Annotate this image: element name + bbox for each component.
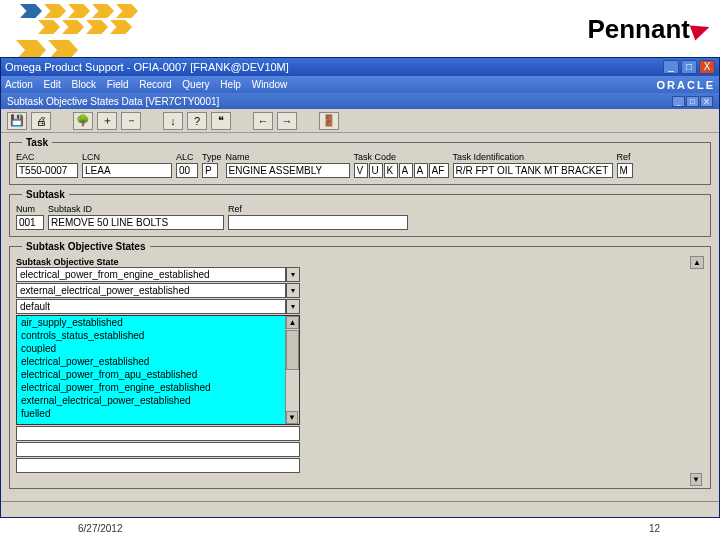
list-item[interactable]: electrical_power_from_engine_established bbox=[17, 381, 299, 394]
sos-row-2-dropdown[interactable]: ▾ bbox=[286, 283, 300, 298]
taskcode-6[interactable] bbox=[429, 163, 449, 178]
oracle-brand: ORACLE bbox=[657, 79, 715, 91]
list-item[interactable]: controls_status_established bbox=[17, 329, 299, 342]
taskcode-label: Task Code bbox=[354, 152, 449, 162]
statusbar bbox=[1, 501, 719, 517]
name-label: Name bbox=[226, 152, 350, 162]
task-legend: Task bbox=[22, 137, 52, 148]
task-ref-field[interactable] bbox=[617, 163, 633, 178]
sos-legend: Subtask Objective States bbox=[22, 241, 150, 252]
sos-row-1[interactable] bbox=[16, 267, 286, 282]
save-button[interactable]: 💾 bbox=[7, 112, 27, 130]
child-close-button[interactable]: X bbox=[700, 96, 713, 107]
query-button[interactable]: ? bbox=[187, 112, 207, 130]
next-button[interactable]: → bbox=[277, 112, 297, 130]
subtask-group: Subtask Num Subtask ID Ref bbox=[9, 189, 711, 237]
task-ref-label: Ref bbox=[617, 152, 633, 162]
exit-button[interactable]: 🚪 bbox=[319, 112, 339, 130]
sos-blank-1[interactable] bbox=[16, 426, 300, 441]
pennant-logo: Pennant bbox=[587, 14, 710, 45]
sos-blank-3[interactable] bbox=[16, 458, 300, 473]
content-area: Task EAC LCN ALC Type Name Task Code bbox=[1, 133, 719, 501]
list-item[interactable]: air_supply_established bbox=[17, 316, 299, 329]
sos-row-2[interactable] bbox=[16, 283, 286, 298]
menu-field[interactable]: Field bbox=[107, 79, 129, 90]
quote-button[interactable]: ❝ bbox=[211, 112, 231, 130]
minimize-button[interactable]: _ bbox=[663, 60, 679, 74]
menu-window[interactable]: Window bbox=[252, 79, 288, 90]
tree-button[interactable]: 🌳 bbox=[73, 112, 93, 130]
subtask-ref-label: Ref bbox=[228, 204, 408, 214]
pennant-triangle-icon bbox=[690, 19, 712, 40]
scroll-thumb[interactable] bbox=[286, 330, 299, 370]
maximize-button[interactable]: □ bbox=[681, 60, 697, 74]
menu-help[interactable]: Help bbox=[220, 79, 241, 90]
sos-row-3[interactable] bbox=[16, 299, 286, 314]
top-banner: Pennant bbox=[0, 0, 720, 55]
outer-scroll-up-icon[interactable]: ▲ bbox=[690, 256, 704, 269]
taskid-field[interactable] bbox=[453, 163, 613, 178]
list-item[interactable]: external_electrical_power_established bbox=[17, 394, 299, 407]
type-label: Type bbox=[202, 152, 222, 162]
menu-record[interactable]: Record bbox=[139, 79, 171, 90]
subtask-id-label: Subtask ID bbox=[48, 204, 224, 214]
taskcode-2[interactable] bbox=[369, 163, 383, 178]
child-maximize-button[interactable]: □ bbox=[686, 96, 699, 107]
remove-button[interactable]: － bbox=[121, 112, 141, 130]
menu-block[interactable]: Block bbox=[72, 79, 96, 90]
prev-button[interactable]: ← bbox=[253, 112, 273, 130]
task-group: Task EAC LCN ALC Type Name Task Code bbox=[9, 137, 711, 185]
menubar: Action Edit Block Field Record Query Hel… bbox=[1, 76, 719, 93]
sos-group: Subtask Objective States Subtask Objecti… bbox=[9, 241, 711, 489]
menu-query[interactable]: Query bbox=[182, 79, 209, 90]
window-title: Omega Product Support - OFIA-0007 [FRANK… bbox=[5, 61, 289, 73]
type-field[interactable] bbox=[202, 163, 218, 178]
footer-date: 6/27/2012 bbox=[78, 523, 123, 534]
menu-action[interactable]: Action bbox=[5, 79, 33, 90]
insert-button[interactable]: ＋ bbox=[97, 112, 117, 130]
app-window: Omega Product Support - OFIA-0007 [FRANK… bbox=[0, 57, 720, 518]
toolbar: 💾 🖨 🌳 ＋ － ↓ ? ❝ ← → 🚪 bbox=[1, 109, 719, 133]
lcn-field[interactable] bbox=[82, 163, 172, 178]
child-minimize-button[interactable]: _ bbox=[672, 96, 685, 107]
menu-edit[interactable]: Edit bbox=[44, 79, 61, 90]
list-item[interactable]: electrical_power_from_apu_established bbox=[17, 368, 299, 381]
down-button[interactable]: ↓ bbox=[163, 112, 183, 130]
sos-dropdown-list[interactable]: air_supply_established controls_status_e… bbox=[16, 315, 300, 425]
subtask-num-field[interactable] bbox=[16, 215, 44, 230]
taskcode-4[interactable] bbox=[399, 163, 413, 178]
taskcode-1[interactable] bbox=[354, 163, 368, 178]
sos-blank-2[interactable] bbox=[16, 442, 300, 457]
child-window-title: Subtask Objective States Data [VER7CTY00… bbox=[7, 96, 219, 107]
subtask-ref-field[interactable] bbox=[228, 215, 408, 230]
eac-label: EAC bbox=[16, 152, 78, 162]
list-item[interactable]: coupled bbox=[17, 342, 299, 355]
scroll-down-icon[interactable]: ▼ bbox=[286, 411, 298, 424]
subtask-num-label: Num bbox=[16, 204, 44, 214]
footer-page: 12 bbox=[649, 523, 660, 534]
sos-state-label: Subtask Objective State bbox=[16, 257, 119, 267]
titlebar[interactable]: Omega Product Support - OFIA-0007 [FRANK… bbox=[1, 58, 719, 76]
sos-row-1-dropdown[interactable]: ▾ bbox=[286, 267, 300, 282]
taskid-label: Task Identification bbox=[453, 152, 613, 162]
close-button[interactable]: X bbox=[699, 60, 715, 74]
alc-field[interactable] bbox=[176, 163, 198, 178]
list-item[interactable]: fuelled bbox=[17, 407, 299, 420]
decorative-arrows bbox=[20, 4, 138, 60]
sos-outer-scrollbar[interactable]: ▲ ▼ bbox=[690, 256, 704, 486]
taskcode-5[interactable] bbox=[414, 163, 428, 178]
alc-label: ALC bbox=[176, 152, 198, 162]
outer-scroll-down-icon[interactable]: ▼ bbox=[690, 473, 702, 486]
child-titlebar: Subtask Objective States Data [VER7CTY00… bbox=[1, 93, 719, 109]
eac-field[interactable] bbox=[16, 163, 78, 178]
sos-row-3-dropdown[interactable]: ▾ bbox=[286, 299, 300, 314]
subtask-legend: Subtask bbox=[22, 189, 69, 200]
name-field[interactable] bbox=[226, 163, 350, 178]
print-button[interactable]: 🖨 bbox=[31, 112, 51, 130]
scroll-up-icon[interactable]: ▲ bbox=[286, 316, 299, 329]
subtask-id-field[interactable] bbox=[48, 215, 224, 230]
list-item[interactable]: electrical_power_established bbox=[17, 355, 299, 368]
taskcode-3[interactable] bbox=[384, 163, 398, 178]
lcn-label: LCN bbox=[82, 152, 172, 162]
list-scrollbar[interactable]: ▲ ▼ bbox=[285, 316, 299, 424]
